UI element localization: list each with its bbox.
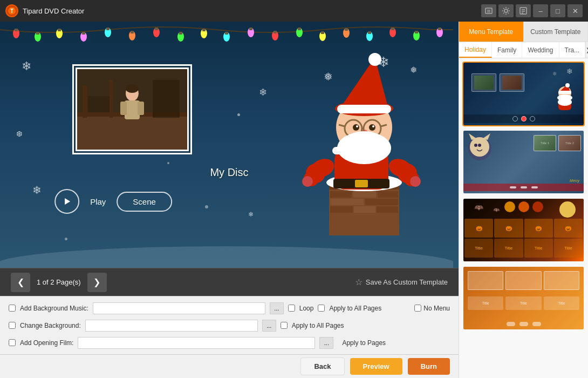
- svg-rect-88: [337, 105, 391, 113]
- svg-rect-46: [415, 31, 418, 33]
- svg-rect-62: [329, 181, 399, 235]
- video-thumbnail-frame: [76, 68, 189, 151]
- scene-button[interactable]: Scene: [117, 192, 172, 212]
- navigation-bar: ❮ 1 of 2 Page(s) ❯ ☆ Save As Custom Temp…: [0, 268, 459, 296]
- svg-rect-70: [354, 206, 375, 213]
- burn-button[interactable]: Burn: [408, 358, 450, 375]
- svg-point-58: [126, 84, 139, 93]
- template-item-1[interactable]: ❄ ❄: [462, 62, 585, 126]
- svg-rect-68: [365, 199, 398, 205]
- category-travel-tab[interactable]: Tra...: [559, 42, 586, 58]
- opening-film-input[interactable]: [78, 337, 315, 349]
- svg-rect-18: [82, 32, 85, 35]
- toolbar-icon-2[interactable]: [498, 4, 514, 17]
- svg-point-86: [335, 101, 393, 116]
- loop-checkbox[interactable]: [288, 305, 295, 312]
- play-label: Play: [90, 197, 106, 206]
- apply-all-pages-2-checkbox[interactable]: [281, 322, 288, 329]
- svg-rect-75: [355, 180, 368, 187]
- maximize-button[interactable]: □: [550, 4, 565, 17]
- svg-rect-44: [391, 28, 394, 30]
- bg-music-browse-button[interactable]: ...: [270, 302, 284, 314]
- snowflake-8: ❄: [367, 103, 374, 113]
- change-bg-label: Change Background:: [20, 322, 81, 329]
- svg-rect-55: [125, 100, 140, 119]
- minimize-button[interactable]: –: [533, 4, 548, 17]
- svg-point-78: [306, 164, 325, 183]
- svg-point-82: [398, 164, 417, 183]
- prev-page-button[interactable]: ❮: [11, 273, 30, 292]
- svg-rect-42: [368, 31, 371, 34]
- opening-film-browse-button[interactable]: ...: [319, 337, 333, 349]
- svg-point-92: [356, 125, 358, 127]
- bottom-controls: Add Background Music: ... Loop Apply to …: [0, 296, 459, 354]
- svg-point-81: [386, 156, 414, 180]
- no-menu-container: No Menu: [414, 305, 450, 312]
- toolbar-icon-1[interactable]: [481, 4, 496, 17]
- svg-point-101: [345, 131, 383, 151]
- svg-rect-66: [378, 191, 398, 198]
- svg-rect-26: [179, 32, 182, 35]
- svg-rect-34: [274, 31, 277, 33]
- svg-point-104: [0, 246, 453, 268]
- santa-svg: [286, 52, 437, 235]
- svg-marker-87: [340, 57, 388, 109]
- template-item-2[interactable]: Title 1 Title 2 Merry: [462, 130, 585, 194]
- category-tabs: Holiday Family Wedding Tra... ❯: [459, 42, 588, 58]
- back-button[interactable]: Back: [300, 357, 344, 375]
- svg-point-102: [346, 135, 366, 144]
- star-icon: ☆: [355, 277, 363, 287]
- template-item-4[interactable]: Title Title Title: [462, 266, 585, 330]
- preview-button[interactable]: Preview: [350, 358, 402, 375]
- bg-music-input[interactable]: [93, 302, 265, 314]
- category-holiday-tab[interactable]: Holiday: [459, 42, 492, 58]
- category-family-tab[interactable]: Family: [492, 42, 522, 58]
- apply-all-pages-2-label: Apply to All Pages: [292, 322, 344, 329]
- svg-rect-30: [225, 32, 228, 35]
- category-wedding-tab[interactable]: Wedding: [522, 42, 559, 58]
- snowflake-3: ❄: [378, 54, 389, 71]
- snowflake-6: ❄: [32, 184, 42, 197]
- svg-point-103: [363, 135, 382, 144]
- template-tab-bar: Menu Template Custom Template: [459, 22, 588, 42]
- change-bg-input[interactable]: [85, 320, 258, 332]
- svg-rect-71: [377, 206, 398, 213]
- no-menu-checkbox[interactable]: [414, 305, 421, 312]
- bg-music-label: Add Background Music:: [20, 305, 88, 312]
- svg-point-79: [304, 171, 319, 186]
- snowflake-4: ❅: [410, 65, 417, 75]
- bg-music-checkbox[interactable]: [9, 305, 16, 312]
- svg-rect-65: [353, 191, 376, 198]
- custom-template-tab[interactable]: Custom Template: [524, 22, 589, 42]
- svg-point-72: [326, 174, 402, 191]
- apply-to-pages-label: Apply to Pages: [342, 339, 386, 347]
- save-custom-template-button[interactable]: ☆ Save As Custom Template: [355, 277, 448, 287]
- app-logo: T: [5, 4, 18, 17]
- svg-text:T: T: [10, 8, 13, 14]
- menu-template-tab[interactable]: Menu Template: [459, 22, 524, 42]
- svg-rect-52: [83, 85, 87, 118]
- svg-rect-67: [330, 199, 364, 205]
- disc-title: My Disc: [210, 166, 248, 179]
- apply-all-pages-1-checkbox[interactable]: [318, 305, 325, 312]
- svg-rect-38: [321, 31, 324, 34]
- snowflake-7: ❄: [248, 211, 254, 218]
- title-bar: T Tipard DVD Creator – □ ✕: [0, 0, 588, 22]
- opening-film-checkbox[interactable]: [9, 339, 16, 346]
- close-button[interactable]: ✕: [568, 4, 583, 17]
- change-bg-browse-button[interactable]: ...: [262, 320, 276, 332]
- santa-illustration: [286, 52, 437, 235]
- page-indicator: 1 of 2 Page(s): [37, 278, 81, 286]
- opening-film-row: Add Opening Film: ... Apply to Pages: [9, 335, 450, 350]
- next-page-button[interactable]: ❯: [87, 273, 107, 292]
- snowflake-9: ❅: [324, 70, 333, 83]
- template-item-3[interactable]: 🦇 🦇 🎃 🎃 🎃 🎃 Title: [462, 198, 585, 262]
- svg-line-99: [381, 125, 387, 126]
- change-bg-checkbox[interactable]: [9, 322, 16, 329]
- toolbar-icon-3[interactable]: [516, 4, 531, 17]
- svg-point-111: [558, 98, 572, 106]
- bg-music-row: Add Background Music: ... Loop Apply to …: [9, 301, 450, 315]
- category-next-button[interactable]: ❯: [585, 42, 588, 58]
- svg-point-89: [368, 53, 381, 66]
- play-button[interactable]: [54, 189, 79, 214]
